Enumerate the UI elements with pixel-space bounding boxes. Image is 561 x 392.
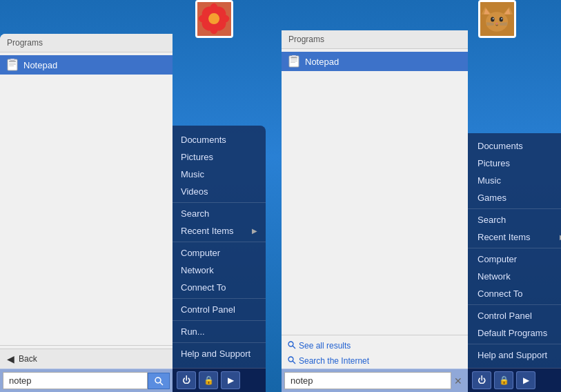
svg-point-24 bbox=[491, 17, 494, 21]
left-menu-recent-items[interactable]: Recent Items ▶ bbox=[173, 222, 266, 239]
left-separator bbox=[0, 345, 173, 346]
left-menu-sep5 bbox=[173, 342, 266, 343]
search-internet-label: Search the Internet bbox=[299, 356, 369, 366]
left-search-button[interactable] bbox=[148, 373, 170, 389]
svg-rect-38 bbox=[292, 55, 296, 57]
svg-point-41 bbox=[288, 357, 293, 362]
svg-point-23 bbox=[486, 12, 508, 32]
right-sep2 bbox=[468, 248, 561, 248]
right-menu-pictures[interactable]: Pictures bbox=[468, 155, 561, 172]
left-taskbar-right: ⏻ 🔒 ▶ bbox=[173, 368, 266, 392]
left-menu-computer[interactable]: Computer bbox=[173, 244, 266, 262]
right-sep4 bbox=[468, 344, 561, 344]
left-search-bar bbox=[0, 369, 173, 392]
search-icon-left bbox=[287, 340, 296, 351]
left-menu-connect-to[interactable]: Connect To bbox=[173, 279, 266, 296]
left-menu-network[interactable]: Network bbox=[173, 262, 266, 279]
left-menu-sep4 bbox=[173, 320, 266, 321]
svg-rect-37 bbox=[291, 62, 295, 63]
svg-rect-15 bbox=[10, 59, 14, 61]
left-search-input[interactable] bbox=[3, 372, 148, 389]
notepad-icon bbox=[6, 58, 19, 72]
svg-point-39 bbox=[288, 342, 293, 346]
left-menu-sep1 bbox=[173, 202, 266, 203]
right-search-input[interactable] bbox=[284, 372, 451, 389]
left-programs-list: Notepad bbox=[0, 52, 173, 342]
left-programs-header: Programs bbox=[0, 34, 173, 52]
left-notepad-label: Notepad bbox=[23, 60, 57, 70]
right-programs-panel: Programs Notepad bbox=[282, 30, 468, 392]
search-internet-link[interactable]: Search the Internet bbox=[282, 353, 468, 369]
left-notepad-item[interactable]: Notepad bbox=[0, 55, 173, 75]
right-menu-help[interactable]: Help and Support bbox=[468, 346, 561, 364]
right-menu-computer[interactable]: Computer bbox=[468, 251, 561, 268]
right-menu-default-programs[interactable]: Default Programs bbox=[468, 324, 561, 342]
search-icon-internet bbox=[287, 355, 296, 366]
recent-items-arrow: ▶ bbox=[252, 227, 257, 235]
right-search-bar: ✕ bbox=[282, 369, 468, 392]
svg-point-26 bbox=[493, 18, 494, 19]
svg-line-42 bbox=[293, 361, 295, 364]
left-menu-control-panel[interactable]: Control Panel bbox=[173, 301, 266, 318]
right-menu-music[interactable]: Music bbox=[468, 172, 561, 189]
right-arrow-button[interactable]: ▶ bbox=[516, 371, 535, 389]
left-menu-documents[interactable]: Documents bbox=[173, 131, 266, 148]
left-power-button[interactable]: ⏻ bbox=[177, 371, 196, 389]
left-menu-videos[interactable]: Videos bbox=[173, 183, 266, 200]
left-back-button[interactable]: ◀ Back bbox=[0, 349, 173, 369]
left-menu-search[interactable]: Search bbox=[173, 205, 266, 222]
see-all-results-link[interactable]: See all results bbox=[282, 338, 468, 353]
left-menu-music[interactable]: Music bbox=[173, 166, 266, 183]
right-menu-documents[interactable]: Documents bbox=[468, 137, 561, 155]
right-menu-connect-to[interactable]: Connect To bbox=[468, 285, 561, 302]
left-right-menu-items: Documents Pictures Music Videos Search R… bbox=[173, 126, 266, 368]
right-sep bbox=[282, 335, 468, 335]
see-all-results-label: See all results bbox=[299, 341, 351, 351]
right-lock-button[interactable]: 🔒 bbox=[494, 371, 513, 389]
svg-point-25 bbox=[500, 17, 503, 21]
left-menu-run[interactable]: Run... bbox=[173, 323, 266, 340]
left-avatar-image bbox=[195, 0, 233, 38]
back-arrow-icon: ◀ bbox=[7, 353, 14, 364]
right-search-clear-button[interactable]: ✕ bbox=[451, 373, 465, 389]
left-programs-panel: Programs Notepad bbox=[0, 34, 173, 392]
left-start-menu: Programs Notepad bbox=[0, 34, 266, 392]
svg-line-40 bbox=[293, 346, 295, 349]
svg-point-27 bbox=[501, 18, 502, 19]
back-label: Back bbox=[19, 354, 37, 364]
left-arrow-button[interactable]: ▶ bbox=[221, 371, 240, 389]
right-menu-network[interactable]: Network bbox=[468, 268, 561, 285]
right-notepad-icon bbox=[287, 55, 301, 68]
right-taskbar-right: ⏻ 🔒 ▶ bbox=[468, 368, 561, 392]
svg-rect-36 bbox=[291, 61, 297, 61]
right-sep3 bbox=[468, 304, 561, 305]
svg-rect-14 bbox=[9, 66, 14, 66]
right-programs-list: Notepad bbox=[282, 49, 468, 332]
left-menu-help[interactable]: Help and Support bbox=[173, 345, 266, 362]
svg-point-16 bbox=[155, 378, 161, 383]
svg-point-9 bbox=[208, 13, 219, 24]
svg-rect-34 bbox=[291, 57, 297, 59]
right-menu-control-panel[interactable]: Control Panel bbox=[468, 307, 561, 324]
right-start-menu: Programs Notepad bbox=[282, 30, 561, 392]
svg-rect-12 bbox=[9, 63, 16, 63]
right-power-button[interactable]: ⏻ bbox=[472, 371, 491, 389]
left-lock-button[interactable]: 🔒 bbox=[199, 371, 218, 389]
left-menu-sep2 bbox=[173, 242, 266, 242]
left-right-panel: Documents Pictures Music Videos Search R… bbox=[173, 126, 266, 392]
left-menu-sep3 bbox=[173, 298, 266, 299]
right-menu-games[interactable]: Games bbox=[468, 189, 561, 206]
svg-rect-35 bbox=[291, 59, 297, 60]
left-menu-pictures[interactable]: Pictures bbox=[173, 148, 266, 166]
svg-line-17 bbox=[160, 382, 163, 385]
right-menu-recent-items[interactable]: Recent Items ▶ bbox=[468, 228, 561, 246]
right-right-panel: Documents Pictures Music Games Search Re… bbox=[468, 133, 561, 392]
right-menu-search[interactable]: Search bbox=[468, 211, 561, 228]
svg-rect-11 bbox=[9, 61, 16, 62]
right-notepad-item[interactable]: Notepad bbox=[282, 52, 468, 71]
left-avatar bbox=[195, 0, 233, 38]
right-programs-header: Programs bbox=[282, 30, 468, 49]
svg-rect-13 bbox=[9, 64, 16, 65]
right-sep1 bbox=[468, 208, 561, 209]
right-notepad-label: Notepad bbox=[305, 57, 339, 67]
